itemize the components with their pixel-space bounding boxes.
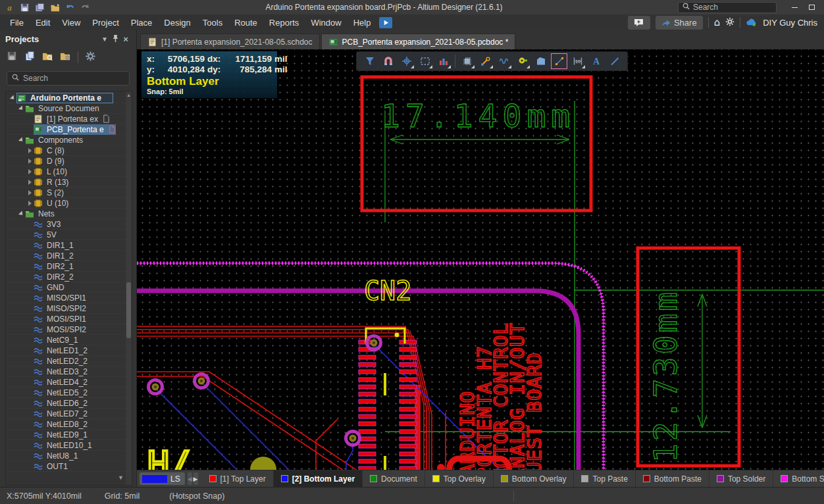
menu-route[interactable]: Route xyxy=(228,16,263,30)
open-folder-icon[interactable] xyxy=(42,51,53,64)
expand-arrow-icon[interactable] xyxy=(18,211,24,216)
menu-file[interactable]: File xyxy=(4,16,30,30)
tree-item-miso-spi2[interactable]: MISO/SPI2 xyxy=(6,303,126,314)
route-tool-icon[interactable] xyxy=(477,53,494,69)
select-tool-icon[interactable] xyxy=(417,53,433,69)
doc-tab-schdoc[interactable]: [1] Portenta expansion_2021-08-05.schdoc xyxy=(140,34,320,49)
tree-item-3v3[interactable]: 3V3 xyxy=(6,219,126,230)
component-tool-icon[interactable] xyxy=(459,53,475,69)
vias[interactable] xyxy=(149,336,381,445)
tree-item-source-documen[interactable]: Source Documen xyxy=(6,103,126,114)
pads-tool-icon[interactable] xyxy=(435,53,451,69)
dimension-width-text[interactable]: 17.140mm xyxy=(381,97,575,134)
expand-arrow-icon[interactable] xyxy=(28,180,32,185)
tree-item-netled1-2[interactable]: NetLED1_2 xyxy=(6,345,126,356)
tree-item-c-8-[interactable]: C (8) xyxy=(6,145,126,156)
scrollbar-up-icon[interactable]: ▲ xyxy=(126,93,131,97)
menu-place[interactable]: Place xyxy=(125,16,159,30)
origin-tool-icon[interactable] xyxy=(398,53,415,69)
tree-item-r-13-[interactable]: R (13) xyxy=(6,177,126,188)
layer-set-button[interactable]: LS xyxy=(140,472,185,485)
close-icon[interactable]: × xyxy=(120,34,131,44)
tree-item-gnd[interactable]: GND xyxy=(6,282,126,293)
measure-tool-icon[interactable] xyxy=(551,53,567,69)
scroll-layers-left-icon[interactable]: ◀ xyxy=(188,472,192,485)
magnet-tool-icon[interactable] xyxy=(380,53,396,69)
global-search-input[interactable]: Search xyxy=(678,2,777,13)
tree-item-netled10-1[interactable]: NetLED10_1 xyxy=(6,440,126,451)
tree-scrollbar[interactable]: ▲ xyxy=(126,91,132,485)
pin-icon[interactable] xyxy=(110,34,120,44)
tree-item-netled7-2[interactable]: NetLED7_2 xyxy=(6,409,126,419)
tree-item-netled9-1[interactable]: NetLED9_1 xyxy=(6,430,126,440)
layer-tab-bottom-paste[interactable]: Bottom Paste xyxy=(636,470,709,488)
panel-dropdown-icon[interactable]: ▼ xyxy=(99,36,110,43)
layer-tab--2-bottom-layer[interactable]: [2] Bottom Layer xyxy=(274,470,363,488)
menu-view[interactable]: View xyxy=(56,16,86,30)
save-icon[interactable] xyxy=(7,51,18,64)
account-name[interactable]: DIY Guy Chris xyxy=(763,18,817,28)
layer-tab--1-top-layer[interactable]: [1] Top Layer xyxy=(202,470,274,488)
tree-item-mosi-spi2[interactable]: MOSI/SPI2 xyxy=(6,324,126,335)
designator-cn2[interactable]: CN2 xyxy=(364,276,411,306)
tree-combo-arrow-icon[interactable]: ▼ xyxy=(118,474,124,481)
tree-item-dir2-1[interactable]: DIR2_1 xyxy=(6,261,126,272)
filter-tool-icon[interactable] xyxy=(361,53,378,69)
tree-item-5v[interactable]: 5V xyxy=(6,230,126,240)
dimension-height[interactable] xyxy=(385,290,824,432)
silkscreen-text-block[interactable]: ARDUINOPORTENTA H7MOTOR CONTROLANALOG IN… xyxy=(456,322,546,470)
tree-item--1-portenta-ex[interactable]: [1] Portenta ex xyxy=(6,114,126,124)
layer-tab-document[interactable]: Document xyxy=(363,470,425,488)
layer-tab-bottom-overlay[interactable]: Bottom Overlay xyxy=(494,470,575,488)
layer-tab-top-solder[interactable]: Top Solder xyxy=(709,470,773,488)
menu-design[interactable]: Design xyxy=(158,16,196,30)
expand-arrow-icon[interactable] xyxy=(10,95,16,101)
folder-settings-icon[interactable] xyxy=(60,51,71,64)
connector-pads-right[interactable] xyxy=(399,340,417,470)
expand-arrow-icon[interactable] xyxy=(28,201,32,206)
pcb-artwork[interactable]: 17.140mm 12.730mm xyxy=(137,49,824,470)
tree-item-nets[interactable]: Nets xyxy=(6,209,126,219)
tree-item-dir1-2[interactable]: DIR1_2 xyxy=(6,251,126,261)
tree-item-netled3-2[interactable]: NetLED3_2 xyxy=(6,366,126,377)
documents-icon[interactable] xyxy=(24,51,36,64)
maximize-button[interactable] xyxy=(803,1,820,13)
minimize-button[interactable] xyxy=(786,1,803,13)
tree-item-netled5-2[interactable]: NetLED5_2 xyxy=(6,388,126,398)
viewer-mode-icon[interactable] xyxy=(379,17,392,28)
thick-red-trace[interactable] xyxy=(415,385,421,470)
tree-item-netc9-1[interactable]: NetC9_1 xyxy=(6,335,126,345)
scroll-layers-right-icon[interactable]: ▶ xyxy=(193,472,198,485)
tree-item-pcb-portenta-e[interactable]: PCB_Portenta e xyxy=(6,124,126,135)
tree-item-l-10-[interactable]: L (10) xyxy=(6,166,126,177)
tree-item-dir1-1[interactable]: DIR1_1 xyxy=(6,240,126,251)
menu-tools[interactable]: Tools xyxy=(197,16,228,30)
tree-item-dir2-2[interactable]: DIR2_2 xyxy=(6,272,126,282)
tune-tool-icon[interactable] xyxy=(496,53,512,69)
tree-item-netled4-2[interactable]: NetLED4_2 xyxy=(6,377,126,388)
tree-item-u-10-[interactable]: U (10) xyxy=(6,198,126,209)
expand-arrow-icon[interactable] xyxy=(28,159,32,164)
gear-icon[interactable] xyxy=(725,17,734,28)
menu-window[interactable]: Window xyxy=(305,16,347,30)
dimension-tool-icon[interactable]: 10 xyxy=(569,53,586,69)
tree-item-arduino-portenta-e[interactable]: Arduino Portenta e xyxy=(6,93,126,103)
dimension-height-text[interactable]: 12.730mm xyxy=(647,290,684,463)
layer-tab-top-paste[interactable]: Top Paste xyxy=(574,470,635,488)
layer-tab-bottom-solder[interactable]: Bottom Solder xyxy=(773,470,824,488)
comment-button[interactable] xyxy=(628,16,650,30)
open-icon[interactable] xyxy=(49,2,60,13)
tree-item-miso-spi1[interactable]: MISO/SPI1 xyxy=(6,293,126,303)
menu-project[interactable]: Project xyxy=(86,16,124,30)
polygon-tool-icon[interactable] xyxy=(532,53,549,69)
gear-icon[interactable] xyxy=(85,51,96,64)
tree-item-netled2-2[interactable]: NetLED2_2 xyxy=(6,356,126,366)
tree-item-netled8-2[interactable]: NetLED8_2 xyxy=(6,419,126,430)
tree-item-out1[interactable]: OUT1 xyxy=(6,461,126,472)
tree-item-mosi-spi1[interactable]: MOSI/SPI1 xyxy=(6,314,126,324)
menu-help[interactable]: Help xyxy=(348,16,377,30)
projects-search-input[interactable]: Search xyxy=(7,71,130,86)
expand-arrow-icon[interactable] xyxy=(18,137,24,143)
save-icon[interactable] xyxy=(19,2,30,13)
expand-arrow-icon[interactable] xyxy=(28,190,32,195)
